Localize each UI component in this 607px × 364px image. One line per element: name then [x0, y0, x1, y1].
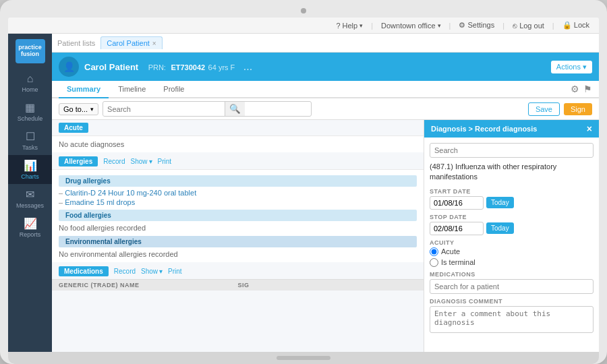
start-date-label: START DATE: [430, 188, 594, 195]
allergy-item-emadine[interactable]: Emadine 15 ml drops: [59, 198, 417, 207]
sidebar-item-reports[interactable]: 📈 Reports: [8, 213, 52, 242]
allergies-show-btn[interactable]: Show ▾: [131, 158, 152, 165]
acute-section-header: Acute: [52, 120, 424, 135]
sep1: |: [371, 22, 373, 30]
med-col1-header: GENERIC (TRADE) NAME: [59, 282, 238, 289]
stop-date-input[interactable]: [430, 222, 484, 235]
home-icon: ⌂: [27, 73, 34, 85]
settings-tab-icon[interactable]: ⚙: [571, 84, 579, 94]
messages-icon: ✉: [26, 188, 34, 201]
allergies-badge: Allergies: [59, 156, 98, 166]
allergies-print-link[interactable]: Print: [158, 158, 172, 165]
diagnosis-panel-header: Diagnosis > Record diagnosis ×: [424, 120, 599, 138]
acuity-terminal-option[interactable]: Is terminal: [430, 258, 594, 267]
left-panel: Acute No acute diagnoses Allergies Recor…: [52, 120, 424, 352]
logout-label: ⎋ Log out: [513, 22, 544, 30]
office-dropdown-icon: ▾: [438, 22, 441, 29]
office-selector[interactable]: Downtown office ▾: [377, 20, 445, 31]
sep4: |: [552, 22, 554, 30]
patient-info: 👤 Carol Patient PRN: ET730042 64 yrs F .…: [59, 57, 252, 77]
lock-button[interactable]: 🔒 Lock: [558, 20, 594, 31]
sidebar-item-schedule[interactable]: ▦ Schedule: [8, 97, 52, 126]
show-dropdown-icon: ▾: [149, 158, 152, 165]
tab-profile[interactable]: Profile: [155, 81, 192, 98]
carol-tab-label: Carol Patient: [107, 39, 150, 47]
medications-patient-search[interactable]: [430, 279, 594, 294]
laptop-camera: [301, 8, 306, 13]
carol-patient-tab[interactable]: Carol Patient ×: [100, 36, 162, 49]
sidebar-logo[interactable]: practice fusion: [16, 39, 45, 63]
settings-label: ⚙ Settings: [459, 21, 494, 30]
acuity-acute-option[interactable]: Acute: [430, 247, 594, 256]
sidebar-item-schedule-label: Schedule: [18, 115, 43, 122]
sidebar-item-charts[interactable]: 📊 Charts: [8, 155, 52, 184]
reports-icon: 📈: [24, 217, 37, 230]
sidebar-item-home-label: Home: [22, 86, 38, 93]
settings-button[interactable]: ⚙ Settings: [455, 20, 498, 31]
logout-button[interactable]: ⎋ Log out: [509, 20, 548, 31]
diagnosis-comment-textarea[interactable]: [430, 306, 594, 333]
acuity-options: Acute Is terminal: [430, 247, 594, 267]
flag-tab-icon[interactable]: ⚑: [583, 84, 592, 94]
acuity-terminal-radio[interactable]: [430, 258, 438, 267]
medications-record-link[interactable]: Record: [114, 268, 136, 275]
diagnosis-panel-title: Diagnosis > Record diagnosis: [431, 125, 537, 133]
toolbar: Go to... ▾ 🔍 Save Sign: [52, 98, 599, 120]
laptop-base-notch: [277, 356, 330, 360]
sidebar-item-tasks[interactable]: ☐ Tasks: [8, 126, 52, 155]
allergy-item-claritin[interactable]: Claritin-D 24 Hour 10 mg-240 oral tablet: [59, 188, 417, 198]
allergies-show-label: Show: [131, 158, 148, 165]
help-button[interactable]: ? Help ▾: [332, 20, 367, 31]
patient-lists-tab[interactable]: Patient lists: [57, 39, 95, 47]
acute-body-text: No acute diagnoses: [59, 139, 417, 150]
charts-icon: 📊: [24, 159, 37, 172]
content-area: Patient lists Carol Patient × 👤 Carol Pa…: [52, 34, 599, 352]
sidebar: practice fusion ⌂ Home ▦ Schedule ☐: [8, 34, 52, 352]
goto-select[interactable]: Go to... ▾: [59, 103, 98, 115]
section-acute: Acute No acute diagnoses: [52, 120, 424, 152]
acute-body: No acute diagnoses: [52, 135, 424, 152]
medications-section-label: MEDICATIONS: [430, 271, 594, 278]
sidebar-item-messages[interactable]: ✉ Messages: [8, 184, 52, 213]
stop-date-label: STOP DATE: [430, 214, 594, 220]
more-options-icon[interactable]: ...: [243, 61, 252, 72]
medications-show-btn[interactable]: Show ▾: [141, 268, 163, 275]
patient-name: Carol Patient: [84, 62, 138, 72]
stop-today-button[interactable]: Today: [486, 222, 514, 234]
actions-button[interactable]: Actions ▾: [551, 61, 592, 73]
tab-summary[interactable]: Summary: [59, 81, 109, 98]
schedule-icon: ▦: [25, 101, 35, 114]
diagnosis-close-icon[interactable]: ×: [587, 123, 592, 134]
start-date-input[interactable]: [430, 196, 484, 210]
save-button[interactable]: Save: [528, 102, 560, 116]
tab-timeline[interactable]: Timeline: [110, 81, 154, 98]
medications-show-label: Show: [141, 268, 158, 275]
allergies-section-header: Allergies Record Show ▾ Print: [52, 154, 424, 169]
acuity-acute-label: Acute: [441, 247, 460, 255]
search-input[interactable]: [103, 103, 225, 115]
diagnosis-search-input[interactable]: [430, 143, 594, 158]
office-label: Downtown office: [381, 22, 436, 30]
goto-label: Go to...: [63, 105, 88, 113]
close-tab-icon[interactable]: ×: [152, 40, 156, 47]
env-allergies-header: Environmental allergies: [59, 236, 417, 247]
prn-label: PRN:: [148, 63, 166, 71]
sidebar-item-home[interactable]: ⌂ Home: [8, 69, 52, 97]
drug-allergies-header: Drug allergies: [59, 175, 417, 187]
tab-icons: ⚙ ⚑: [571, 84, 592, 94]
sep3: |: [502, 22, 504, 30]
medications-badge: Medications: [59, 266, 109, 276]
search-button[interactable]: 🔍: [225, 102, 245, 116]
med-table-header: GENERIC (TRADE) NAME SIG: [52, 279, 424, 291]
summary-tabs: Summary Timeline Profile ⚙ ⚑: [52, 81, 599, 98]
allergies-body: Drug allergies Claritin-D 24 Hour 10 mg-…: [52, 169, 424, 262]
sign-button[interactable]: Sign: [564, 103, 592, 115]
chart-body: Acute No acute diagnoses Allergies Recor…: [52, 120, 599, 352]
diagnosis-comment-label: DIAGNOSIS COMMENT: [430, 298, 594, 305]
lock-label: 🔒 Lock: [562, 21, 589, 30]
medications-print-link[interactable]: Print: [168, 268, 182, 275]
allergies-record-link[interactable]: Record: [103, 158, 125, 165]
acuity-acute-radio[interactable]: [430, 247, 438, 256]
help-label: ? Help: [336, 22, 357, 30]
start-today-button[interactable]: Today: [486, 197, 514, 208]
